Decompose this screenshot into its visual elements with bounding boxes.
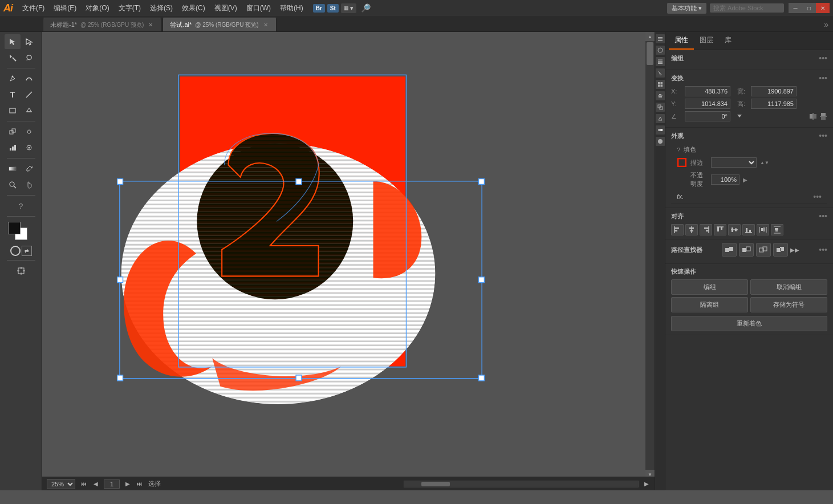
menu-view[interactable]: 视图(V) — [210, 2, 241, 15]
w-input[interactable] — [751, 86, 797, 96]
tab-properties[interactable]: 属性 — [669, 32, 694, 50]
graph-tool-btn[interactable] — [5, 140, 21, 155]
menu-file[interactable]: 文件(F) — [18, 2, 48, 15]
flip-h-icon[interactable] — [809, 112, 817, 120]
angle-input[interactable] — [685, 111, 730, 121]
magic-wand-btn[interactable] — [5, 50, 21, 65]
distribute-v-btn[interactable] — [771, 224, 783, 235]
tab-layers[interactable]: 图层 — [694, 32, 719, 50]
x-input[interactable] — [685, 86, 730, 96]
menu-text[interactable]: 文字(T) — [115, 2, 145, 15]
strip-symbol-icon[interactable] — [656, 80, 665, 89]
strip-appearance-icon[interactable] — [656, 46, 665, 55]
artboard-tool-btn[interactable] — [13, 263, 29, 278]
pf-btn-1[interactable] — [722, 243, 737, 257]
strip-layers-icon[interactable] — [656, 57, 665, 66]
nav-next-next[interactable]: ⏭ — [136, 480, 144, 487]
stock-btn[interactable]: St — [327, 4, 339, 13]
pf-btn-3[interactable] — [756, 243, 771, 257]
menu-window[interactable]: 窗口(W) — [242, 2, 275, 15]
select-tool-btn[interactable] — [5, 34, 21, 49]
close-btn[interactable]: ✕ — [816, 3, 830, 13]
line-tool-btn[interactable] — [21, 87, 37, 102]
flip-v-icon[interactable] — [819, 112, 827, 120]
symbol-tool-btn[interactable] — [21, 140, 37, 155]
text-tool-btn[interactable]: T — [5, 87, 21, 102]
bridge-btn[interactable]: Br — [313, 4, 325, 13]
scroll-thumb-v[interactable] — [647, 42, 653, 65]
none-stroke-icon[interactable] — [10, 246, 21, 256]
strip-brush-icon[interactable] — [656, 68, 665, 78]
direct-select-tool-btn[interactable] — [21, 34, 37, 49]
search-stock-icon[interactable]: 🔎 — [359, 2, 373, 14]
transform-more-btn[interactable]: ••• — [819, 74, 827, 83]
menu-edit[interactable]: 编辑(E) — [50, 2, 80, 15]
canvas-scrollbar-vertical[interactable]: ▲ ▼ — [645, 32, 655, 479]
nav-prev[interactable]: ◀ — [92, 480, 99, 487]
opacity-arrow-btn[interactable]: ▶ — [743, 177, 747, 183]
search-stock-input[interactable] — [710, 3, 784, 13]
lasso-tool-btn[interactable] — [21, 50, 37, 65]
question-btn[interactable]: ? — [13, 198, 29, 213]
y-input[interactable] — [685, 99, 730, 109]
strip-pathfinder-icon[interactable] — [656, 103, 665, 112]
stroke-dropdown[interactable] — [711, 157, 757, 168]
tab-untitled-close[interactable]: ✕ — [147, 22, 154, 28]
pf-btn-2[interactable] — [739, 243, 754, 257]
align-bottom-btn[interactable] — [742, 224, 755, 235]
align-center-h-btn[interactable] — [685, 224, 698, 235]
tab-library[interactable]: 库 — [719, 32, 737, 50]
nav-next[interactable]: ▶ — [124, 480, 131, 487]
align-center-v-btn[interactable] — [728, 224, 741, 235]
tab-try[interactable]: 尝试.ai* @ 25% (RGB/GPU 预览) ✕ — [162, 18, 276, 31]
appearance-more-btn[interactable]: ••• — [819, 131, 827, 140]
zoom-btn[interactable] — [5, 177, 21, 192]
scroll-thumb-h[interactable] — [421, 482, 450, 486]
fx-more-btn[interactable]: ••• — [813, 192, 822, 201]
minimize-btn[interactable]: ─ — [789, 3, 802, 13]
scroll-up-arrow[interactable]: ▲ — [645, 32, 655, 41]
strip-properties-icon[interactable] — [656, 34, 665, 43]
curvature-tool-btn[interactable] — [21, 71, 37, 86]
workspace-btn[interactable]: 基本功能 ▾ — [667, 3, 706, 14]
pf-btn-4[interactable] — [773, 243, 788, 257]
paintbucket-btn[interactable] — [21, 103, 37, 118]
align-left-btn[interactable] — [671, 224, 684, 235]
libraries-btn[interactable]: ▦▾ — [341, 3, 356, 13]
strip-align-icon[interactable] — [656, 91, 665, 100]
h-input[interactable] — [751, 99, 797, 109]
menu-object[interactable]: 对象(O) — [82, 2, 113, 15]
align-top-btn[interactable] — [714, 224, 726, 235]
align-right-btn[interactable] — [700, 224, 712, 235]
align-more-btn[interactable]: ••• — [819, 212, 827, 221]
gradient-tool-btn[interactable] — [5, 161, 21, 176]
page-input[interactable] — [104, 479, 120, 489]
qa-save-symbol-btn[interactable]: 存储为符号 — [750, 297, 827, 312]
fg-color-swatch[interactable] — [8, 222, 21, 234]
fill-swatch-empty[interactable] — [704, 146, 714, 154]
canvas-scrollbar-h[interactable] — [404, 481, 639, 487]
tab-expand-btn[interactable]: » — [819, 18, 833, 31]
angle-dropdown[interactable] — [736, 112, 743, 121]
canvas-area[interactable]: ▲ ▼ 25% 50% 100% ⏮ ◀ ▶ ⏭ 选择 ▶ — [42, 32, 655, 490]
qa-isolate-btn[interactable]: 隔离组 — [671, 297, 748, 312]
pathfinder-more-btn[interactable]: ••• — [819, 245, 827, 254]
menu-help[interactable]: 帮助(H) — [276, 2, 307, 15]
strip-transform-icon[interactable] — [656, 114, 665, 123]
stroke-stepper[interactable]: ▲▼ — [760, 160, 769, 165]
warp-tool-btn[interactable] — [21, 124, 37, 139]
opacity-input[interactable] — [711, 174, 739, 185]
pen-tool-btn[interactable] — [5, 71, 21, 86]
group-more-btn[interactable]: ••• — [819, 54, 827, 63]
scroll-right[interactable]: ▶ — [643, 480, 650, 487]
scale-tool-btn[interactable] — [5, 124, 21, 139]
pf-more-btn[interactable]: ▶▶ — [790, 243, 799, 257]
qa-recolor-btn[interactable]: 重新着色 — [671, 316, 827, 331]
restore-btn[interactable]: □ — [802, 3, 816, 13]
strip-color-icon[interactable] — [656, 137, 665, 146]
tab-untitled[interactable]: 未标题-1* @ 25% (RGB/GPU 预览) ✕ — [43, 18, 161, 31]
qa-ungroup-btn[interactable]: 取消编组 — [750, 279, 827, 295]
nav-prev-prev[interactable]: ⏮ — [80, 480, 88, 487]
tab-try-close[interactable]: ✕ — [262, 22, 269, 28]
menu-select[interactable]: 选择(S) — [146, 2, 177, 15]
